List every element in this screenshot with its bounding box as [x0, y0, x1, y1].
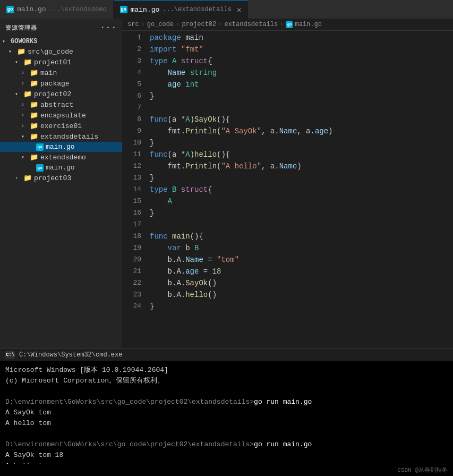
breadcrumb-part: go_code	[147, 21, 174, 28]
breadcrumb-sep: ›	[176, 21, 180, 28]
sidebar: 资源管理器 ··· ▾ GOWORKS ▾ 📁 src\go_code ▾ 📁 …	[0, 19, 122, 348]
code-line: import "fmt"	[150, 44, 453, 55]
file-tree: ▾ GOWORKS ▾ 📁 src\go_code ▾ 📁 project01 …	[0, 37, 122, 348]
code-line: }	[150, 137, 453, 149]
line-number: 5	[122, 79, 141, 90]
line-number: 14	[122, 184, 141, 196]
chevron-icon: ›	[21, 70, 28, 76]
tab-path-active: ...\extandsdetails	[163, 6, 232, 13]
chevron-icon: ▾	[21, 133, 28, 140]
main-area: 资源管理器 ··· ▾ GOWORKS ▾ 📁 src\go_code ▾ 📁 …	[0, 19, 453, 348]
tree-item-extendsdemo[interactable]: ▾ 📁 extendsdemo	[0, 152, 122, 163]
code-line: type A struct{	[150, 55, 453, 67]
folder-icon: 📁	[30, 100, 38, 109]
line-number: 12	[122, 160, 141, 172]
tree-label: abstract	[40, 101, 73, 109]
code-line: }	[150, 90, 453, 102]
code-line: package main	[150, 32, 453, 44]
terminal-area: C:\ C:\Windows\System32\cmd.exe Microsof…	[0, 348, 453, 476]
code-line: fmt.Println("A SayOk", a.Name, a.age)	[150, 125, 453, 137]
breadcrumb-sep: ›	[141, 21, 145, 28]
breadcrumb-go-icon: go	[286, 21, 293, 28]
sidebar-more-button[interactable]: ···	[100, 23, 117, 32]
line-numbers: 123456789101112131415161718192021222324	[122, 31, 148, 348]
line-number: 24	[122, 301, 141, 312]
tab-extendsdemo[interactable]: go main.go ...\extendsdemo	[0, 0, 114, 19]
code-line: }	[150, 207, 453, 219]
editor-area: src › go_code › project02 › extandsdetai…	[122, 19, 453, 348]
tree-item-main-go-extandsdetails[interactable]: go main.go	[0, 142, 122, 152]
breadcrumb-part: src	[127, 21, 139, 28]
tree-label: extendsdemo	[40, 154, 86, 162]
code-content[interactable]: package mainimport "fmt"type A struct{ N…	[148, 31, 453, 348]
line-number: 19	[122, 242, 141, 254]
tree-item-encapsulate[interactable]: › 📁 encapsulate	[0, 110, 122, 121]
line-number: 9	[122, 125, 141, 137]
folder-icon: 📁	[17, 47, 25, 56]
folder-icon: 📁	[23, 174, 32, 182]
folder-icon: 📁	[30, 111, 38, 120]
line-number: 22	[122, 277, 141, 289]
folder-icon: 📁	[23, 90, 32, 98]
chevron-icon: ▾	[8, 48, 15, 55]
terminal-line: A SayOk tom	[5, 407, 448, 418]
tree-item-package[interactable]: › 📁 package	[0, 78, 122, 89]
line-number: 8	[122, 114, 141, 125]
chevron-icon: ▾	[21, 154, 28, 160]
code-line: Name string	[150, 67, 453, 79]
code-line: b.A.Name = "tom"	[150, 254, 453, 266]
tree-label: project02	[34, 90, 71, 98]
go-file-icon: go	[36, 164, 44, 172]
tree-item-src-go-code[interactable]: ▾ 📁 src\go_code	[0, 46, 122, 57]
tree-item-project03[interactable]: › 📁 project03	[0, 173, 122, 183]
code-line: }	[150, 172, 453, 184]
terminal-command: go run main.go	[254, 440, 312, 448]
tree-item-extandsdetails[interactable]: ▾ 📁 extandsdetails	[0, 131, 122, 142]
sidebar-title: 资源管理器	[5, 24, 37, 32]
tab-bar: go main.go ...\extendsdemo go main.go ..…	[0, 0, 453, 19]
line-number: 10	[122, 137, 141, 149]
tree-label: src\go_code	[28, 48, 73, 56]
tree-item-main[interactable]: › 📁 main	[0, 67, 122, 78]
terminal-line	[5, 429, 448, 439]
code-line: age int	[150, 79, 453, 90]
terminal-cmd-icon: C:\	[5, 351, 15, 359]
terminal-line: (c) Microsoft Corporation。保留所有权利。	[5, 376, 448, 386]
breadcrumb: src › go_code › project02 › extandsdetai…	[122, 19, 453, 31]
terminal-path: D:\environment\GoWorks\src\go_code\proje…	[5, 398, 254, 406]
line-number: 18	[122, 231, 141, 242]
folder-icon: 📁	[30, 153, 38, 162]
chevron-icon: ▾	[15, 59, 21, 65]
tree-item-project01[interactable]: ▾ 📁 project01	[0, 57, 122, 67]
tree-label: encapsulate	[40, 112, 86, 120]
terminal-title: C:\Windows\System32\cmd.exe	[19, 351, 122, 359]
code-line: fmt.Println("A hello", a.Name)	[150, 160, 453, 172]
tree-item-project02[interactable]: ▾ 📁 project02	[0, 89, 122, 99]
go-icon: go	[6, 6, 14, 13]
line-number: 20	[122, 254, 141, 266]
breadcrumb-part: project02	[182, 21, 216, 28]
tree-item-exercise01[interactable]: › 📁 exercise01	[0, 121, 122, 131]
code-editor[interactable]: 123456789101112131415161718192021222324 …	[122, 31, 453, 348]
code-line: func(a *A)hello(){	[150, 149, 453, 160]
tree-label: main	[40, 69, 57, 77]
tree-item-main-go-extendsdemo[interactable]: go main.go	[0, 163, 122, 173]
tree-label: project03	[34, 174, 71, 182]
tree-label: exercise01	[40, 122, 82, 130]
breadcrumb-part: main.go	[295, 21, 321, 28]
line-number: 13	[122, 172, 141, 184]
chevron-icon: ›	[21, 113, 28, 118]
tab-close-button[interactable]: ✕	[237, 5, 241, 14]
terminal-header: C:\ C:\Windows\System32\cmd.exe	[0, 348, 453, 361]
code-line	[150, 102, 453, 114]
line-number: 2	[122, 44, 141, 55]
chevron-icon: ›	[21, 81, 28, 87]
watermark: CSDN @从春到秋冬	[0, 464, 453, 476]
tree-item-abstract[interactable]: › 📁 abstract	[0, 99, 122, 110]
tree-root-goworks[interactable]: ▾ GOWORKS	[0, 37, 122, 46]
terminal-line: D:\environment\GoWorks\src\go_code\proje…	[5, 439, 448, 450]
terminal-body[interactable]: Microsoft Windows [版本 10.0.19044.2604](c…	[0, 361, 453, 464]
code-line: var b B	[150, 242, 453, 254]
line-number: 6	[122, 90, 141, 102]
tab-extandsdetails[interactable]: go main.go ...\extandsdetails ✕	[114, 0, 249, 19]
